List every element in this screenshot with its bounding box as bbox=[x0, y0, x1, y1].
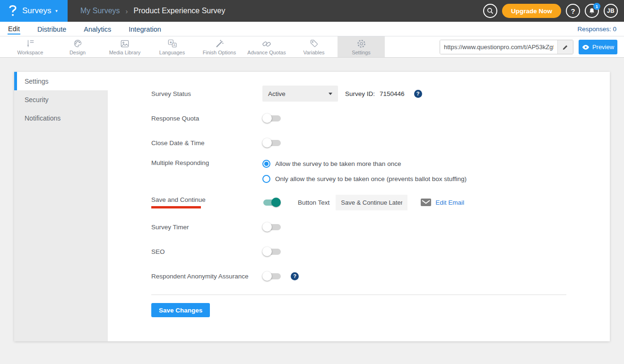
seo-label: SEO bbox=[151, 248, 262, 255]
svg-text:A: A bbox=[173, 43, 175, 47]
breadcrumb-my-surveys[interactable]: My Surveys bbox=[80, 7, 120, 15]
toolbar-item-workspace[interactable]: Workspace bbox=[7, 36, 54, 57]
search-icon bbox=[486, 7, 494, 15]
workspace-icon bbox=[25, 39, 35, 49]
sidebar-item-settings[interactable]: Settings bbox=[14, 72, 108, 90]
envelope-icon[interactable] bbox=[421, 199, 431, 206]
notification-badge: 1 bbox=[593, 3, 600, 10]
close-date-row: Close Date & Time bbox=[151, 135, 610, 151]
seo-toggle[interactable] bbox=[262, 247, 281, 256]
form-divider bbox=[151, 295, 566, 295]
survey-id-label: Survey ID: bbox=[345, 90, 375, 97]
avatar[interactable]: JB bbox=[604, 4, 618, 18]
help-button[interactable]: ? bbox=[566, 4, 580, 18]
toolbar-item-finish-options[interactable]: Finish Options bbox=[196, 36, 243, 57]
edit-toolbar: Workspace Design Media Library bbox=[0, 36, 624, 58]
survey-status-row: Survey Status Active Survey ID: 7150446 … bbox=[151, 86, 610, 102]
tab-edit[interactable]: Edit bbox=[8, 24, 20, 35]
anonymity-help-icon[interactable]: ? bbox=[291, 272, 299, 280]
breadcrumb-current-survey: Product Experience Survey bbox=[134, 7, 225, 15]
eye-icon bbox=[582, 44, 589, 50]
languages-icon: ★ A bbox=[167, 39, 177, 49]
settings-icon bbox=[356, 39, 366, 49]
settings-form: Survey Status Active Survey ID: 7150446 … bbox=[108, 72, 610, 341]
search-button[interactable] bbox=[483, 4, 497, 18]
chevron-down-icon bbox=[329, 93, 332, 95]
save-and-continue-label: Save and Continue bbox=[151, 196, 262, 208]
response-quota-toggle[interactable] bbox=[262, 113, 281, 123]
finish-options-icon bbox=[215, 39, 225, 49]
avatar-initials: JB bbox=[607, 8, 615, 14]
variables-icon bbox=[309, 39, 319, 49]
tab-integration[interactable]: Integration bbox=[128, 24, 162, 34]
survey-url-input[interactable] bbox=[440, 40, 557, 54]
survey-id-help-icon[interactable]: ? bbox=[414, 90, 422, 98]
close-date-toggle[interactable] bbox=[262, 138, 281, 147]
chevron-down-icon: ▼ bbox=[54, 9, 58, 13]
tab-analytics[interactable]: Analytics bbox=[83, 24, 112, 34]
survey-id-value: 7150446 bbox=[380, 90, 405, 97]
questionpro-logo-icon bbox=[8, 5, 18, 17]
radio-unselected-icon bbox=[262, 175, 270, 183]
edit-url-button[interactable] bbox=[557, 40, 573, 54]
survey-timer-toggle[interactable] bbox=[262, 222, 281, 232]
toolbar-item-design[interactable]: Design bbox=[54, 36, 101, 57]
toolbar-item-languages[interactable]: ★ A Languages bbox=[148, 36, 196, 57]
media-library-icon bbox=[120, 39, 130, 49]
save-changes-button[interactable]: Save Changes bbox=[151, 303, 210, 317]
toolbar-item-advance-quotas[interactable]: Advance Quotas bbox=[243, 36, 290, 57]
breadcrumb: My Surveys › Product Experience Survey bbox=[80, 7, 225, 15]
radio-option-once-only[interactable]: Only allow the survey to be taken once (… bbox=[262, 175, 467, 183]
breadcrumb-separator-icon: › bbox=[126, 7, 128, 15]
toolbar-item-settings[interactable]: Settings bbox=[338, 36, 385, 57]
close-date-label: Close Date & Time bbox=[151, 139, 262, 147]
advance-quotas-icon bbox=[261, 39, 272, 49]
survey-nav: Edit Distribute Analytics Integration Re… bbox=[0, 22, 624, 36]
radio-option-multiple-allowed[interactable]: Allow the survey to be taken more than o… bbox=[262, 160, 467, 168]
upgrade-now-button[interactable]: Upgrade Now bbox=[502, 4, 561, 18]
settings-sidebar: Settings Security Notifications bbox=[14, 72, 108, 341]
survey-timer-label: Survey Timer bbox=[151, 224, 262, 231]
save-and-continue-toggle[interactable] bbox=[262, 198, 281, 207]
button-text-label: Button Text bbox=[298, 199, 329, 206]
response-quota-row: Response Quota bbox=[151, 110, 610, 126]
top-header: Surveys ▼ My Surveys › Product Experienc… bbox=[0, 0, 624, 22]
tab-distribute[interactable]: Distribute bbox=[37, 24, 67, 34]
preview-button[interactable]: Preview bbox=[579, 40, 617, 54]
question-mark-icon: ? bbox=[571, 7, 575, 15]
product-switcher[interactable]: Surveys ▼ bbox=[0, 0, 68, 22]
survey-status-label: Survey Status bbox=[151, 90, 262, 97]
settings-card: Settings Security Notifications Survey S… bbox=[14, 72, 610, 341]
button-text-input[interactable] bbox=[336, 195, 407, 210]
notifications-button[interactable]: 1 bbox=[585, 4, 599, 18]
toolbar-item-variables[interactable]: Variables bbox=[290, 36, 338, 57]
respondent-anonymity-row: Respondent Anonymity Assurance ? bbox=[151, 268, 610, 284]
edit-email-link[interactable]: Edit Email bbox=[435, 199, 464, 206]
response-quota-label: Response Quota bbox=[151, 115, 262, 122]
design-icon bbox=[73, 39, 83, 49]
responses-count: Responses: 0 bbox=[577, 26, 616, 33]
survey-status-select[interactable]: Active bbox=[262, 86, 338, 102]
survey-url-field bbox=[440, 40, 573, 54]
multiple-responding-row: Multiple Responding Allow the survey to … bbox=[151, 159, 610, 183]
toolbar-item-media-library[interactable]: Media Library bbox=[101, 36, 148, 57]
respondent-anonymity-toggle[interactable] bbox=[262, 271, 281, 281]
seo-row: SEO bbox=[151, 243, 610, 260]
sidebar-item-notifications[interactable]: Notifications bbox=[14, 109, 108, 127]
save-and-continue-row: Save and Continue Button Text Edit Email bbox=[151, 194, 610, 210]
radio-selected-icon bbox=[262, 160, 270, 168]
respondent-anonymity-label: Respondent Anonymity Assurance bbox=[151, 273, 262, 280]
survey-timer-row: Survey Timer bbox=[151, 219, 610, 235]
pencil-icon bbox=[562, 44, 569, 51]
multiple-responding-label: Multiple Responding bbox=[151, 159, 262, 166]
product-name: Surveys bbox=[22, 6, 51, 16]
sidebar-item-security[interactable]: Security bbox=[14, 90, 108, 109]
